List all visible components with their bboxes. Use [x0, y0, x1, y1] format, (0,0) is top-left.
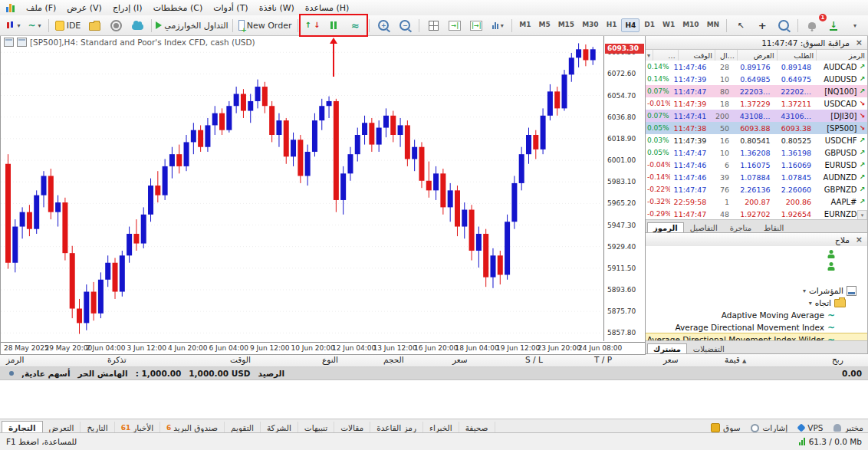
menu-item-charts[interactable]: مخططات (C) — [148, 2, 209, 15]
chart-type-dropdown[interactable]: ▾ — [3, 17, 23, 34]
mw-column-header-1[interactable]: الطلب — [777, 50, 817, 61]
navigator-item-account-2[interactable] — [645, 260, 867, 272]
mw-filter-icon[interactable]: ▾ — [645, 52, 653, 59]
timeframe-button-m10[interactable]: M10 — [679, 18, 702, 32]
mw-column-header-3[interactable]: …ال — [715, 50, 737, 61]
timeframe-button-w1[interactable]: W1 — [659, 18, 678, 32]
navigator-tab-favorites[interactable]: التفضيلات — [687, 343, 731, 354]
chart-window-icon[interactable] — [4, 38, 14, 47]
market-watch-row-AUDNZD[interactable]: ↗AUDNZD1.078451.078843911:47:46-0.14% — [645, 171, 867, 183]
close-icon[interactable]: × — [854, 38, 864, 47]
market-watch-tab-ticks[interactable]: النقاط — [758, 222, 790, 233]
mw-column-header-2[interactable]: العرض — [737, 50, 777, 61]
profiles-dropdown[interactable]: ~▾ — [25, 17, 44, 34]
open-data-folder-button[interactable] — [84, 17, 104, 34]
timeframe-button-d1[interactable]: D1 — [641, 18, 658, 32]
price-axis[interactable]: 6093.30 6090.506072.606054.706036.806018… — [603, 36, 645, 341]
right-tab-market[interactable]: سوق — [711, 423, 740, 432]
tile-windows-button[interactable] — [423, 17, 443, 34]
timeframe-button-h4[interactable]: H4 — [621, 18, 639, 32]
market-watch-tab-details[interactable]: التفاصيل — [684, 222, 724, 233]
chart-window[interactable]: [SP500],H4: Standard and Poor's Index CF… — [0, 35, 646, 355]
search-button[interactable] — [774, 17, 794, 34]
mw-column-header-0[interactable]: الرمز — [816, 50, 867, 61]
market-watch-row-GBPUSD[interactable]: ↗GBPUSD1.361981.362081011:47:470.05% — [645, 146, 867, 159]
timeframe-button-mn[interactable]: MN — [704, 18, 723, 32]
menu-item-insert[interactable]: إدراج (I) — [107, 2, 148, 15]
toolbox-column-7[interactable]: T / P — [594, 355, 612, 364]
close-icon[interactable]: × — [854, 235, 864, 244]
balance-row[interactable]: أسهم عادية,الهامش الحر: 1,000.001,000.00… — [0, 367, 868, 380]
indicators-dropdown[interactable]: ▾ — [488, 17, 508, 34]
cloud-button[interactable] — [127, 17, 147, 34]
market-watch-tab-trading[interactable]: متاجرة — [724, 222, 758, 233]
market-watch-row-GBPNZD[interactable]: ↗GBPNZD2.260602.261367611:47:47-0.22% — [645, 183, 867, 195]
right-tab-signals[interactable]: إشارات — [751, 423, 787, 432]
tick-chart-button[interactable]: ↑↓ — [302, 17, 322, 34]
chart-shift-button[interactable]: →| — [445, 17, 465, 34]
toolbox-column-1[interactable]: تذكرة — [107, 355, 127, 364]
zoom-out-button[interactable]: − — [395, 17, 415, 34]
line-chart-button[interactable]: ≈ — [345, 17, 365, 34]
navigator-item-trend-folder[interactable]: اتجاه▾ — [645, 297, 867, 309]
new-order-button[interactable]: New Order — [236, 17, 294, 34]
mw-column-header-4[interactable]: الوقت — [678, 50, 715, 61]
market-watch-title: مراقبة السوق: 11:47:47 — [761, 38, 850, 48]
navigator-item-adx[interactable]: ~Average Directional Movement Index — [645, 321, 867, 333]
auto-scroll-button[interactable]: |→| — [466, 17, 486, 34]
market-watch-row-EURUSD[interactable]: ↗EURUSD1.160691.16075611:47:46-0.04% — [645, 159, 867, 171]
date-axis[interactable]: 28 May 202529 May 20:002 Jun 04:003 Jun … — [1, 342, 645, 354]
toolbox-column-9[interactable]: قيمة▲ — [725, 355, 746, 364]
menu-item-file[interactable]: ملف (F) — [21, 2, 61, 15]
timeframe-button-m5[interactable]: M5 — [535, 18, 553, 32]
toolbox-column-0[interactable]: الرمز — [6, 355, 24, 364]
zoom-in-button[interactable]: + — [373, 17, 393, 34]
market-watch-row-NQ100[interactable]: ↗[NQ100]22202…22203…8011:47:470.07% — [645, 85, 867, 97]
menu-item-tools[interactable]: أدوات (T) — [208, 2, 254, 15]
menu-item-window[interactable]: نافذة (W) — [254, 2, 300, 15]
algo-trading-button[interactable]: التداول الخوارزمي — [156, 17, 228, 34]
timeframe-button-m30[interactable]: M30 — [579, 18, 601, 32]
market-watch-row-USDCHF[interactable]: ↗USDCHF0.805250.805411611:47:390.03% — [645, 134, 867, 146]
download-history-button[interactable]: ↓ — [824, 17, 843, 34]
navigator-item-adaptive-ma[interactable]: ~Adaptive Moving Average — [645, 309, 867, 321]
toolbox-column-2[interactable]: الوقت — [230, 355, 251, 364]
timeframe-button-m1[interactable]: M1 — [516, 18, 534, 32]
pause-chart-button[interactable] — [324, 17, 344, 34]
right-tab-tester[interactable]: مختبر — [833, 423, 863, 432]
toolbox-column-4[interactable]: الحجم — [383, 355, 404, 364]
market-watch-row-AAPL[interactable]: ↗#AAPL200.86200.87122:59:58-0.32% — [645, 195, 867, 208]
navigator-tab-common[interactable]: مشترك — [647, 343, 687, 354]
market-watch-row-SP500[interactable]: ↘[SP500]6093.386093.885011:47:380.05% — [645, 122, 867, 134]
timeframe-button-m15[interactable]: M15 — [555, 18, 577, 32]
market-watch-row-DJI30[interactable]: ↘[DJI30]43106…43108…20011:47:410.07% — [645, 110, 867, 122]
toolbox-column-3[interactable]: النوع — [322, 355, 338, 364]
candlestick-plot[interactable] — [1, 36, 603, 341]
right-tab-vps[interactable]: VPS — [798, 423, 823, 432]
metaeditor-button[interactable] — [106, 17, 126, 34]
notifications-button[interactable]: 1 — [802, 17, 822, 34]
ide-button[interactable]: IDE — [53, 17, 83, 34]
toolbox-column-8[interactable]: سعر — [663, 355, 679, 364]
toolbar-more-dropdown[interactable]: ▾ — [845, 17, 865, 34]
crosshair-button[interactable]: + — [752, 17, 772, 34]
chart-restore-icon[interactable] — [17, 38, 27, 47]
navigator-item-indicators[interactable]: المؤشرات▾ — [645, 284, 867, 297]
toolbox-column-5[interactable]: سعر — [452, 355, 468, 364]
market-watch-tab-symbols[interactable]: الرموز — [647, 222, 684, 233]
toolbox-column-6[interactable]: S / L — [525, 355, 543, 364]
signals-icon — [751, 424, 759, 432]
expand-arrow-icon[interactable]: ▾ — [809, 300, 812, 307]
navigator-item-account-1[interactable] — [645, 248, 867, 260]
menu-item-help[interactable]: مساعدة (H) — [300, 2, 355, 15]
cursor-button[interactable]: ↖ — [731, 17, 751, 34]
market-watch-row-AUDUSD[interactable]: ↗AUDUSD0.649750.649851011:47:390.14% — [645, 73, 867, 85]
market-watch-row-AUDCAD[interactable]: ↗AUDCAD0.891480.891762811:47:460.14% — [645, 61, 867, 73]
timeframe-button-h1[interactable]: H1 — [603, 18, 620, 32]
market-watch-row-EURNZD[interactable]: ↘EURNZD1.926541.927024811:47:47-0.29% — [645, 208, 867, 220]
mw-column-header-5[interactable]: … — [653, 50, 678, 61]
expand-arrow-icon[interactable]: ▾ — [803, 287, 806, 294]
menu-item-view[interactable]: عرض (V) — [61, 2, 107, 15]
market-watch-row-USDCAD[interactable]: ↘USDCAD1.372111.372291811:47:39-0.01% — [645, 97, 867, 110]
toolbox-column-10[interactable]: ربح — [832, 355, 843, 364]
